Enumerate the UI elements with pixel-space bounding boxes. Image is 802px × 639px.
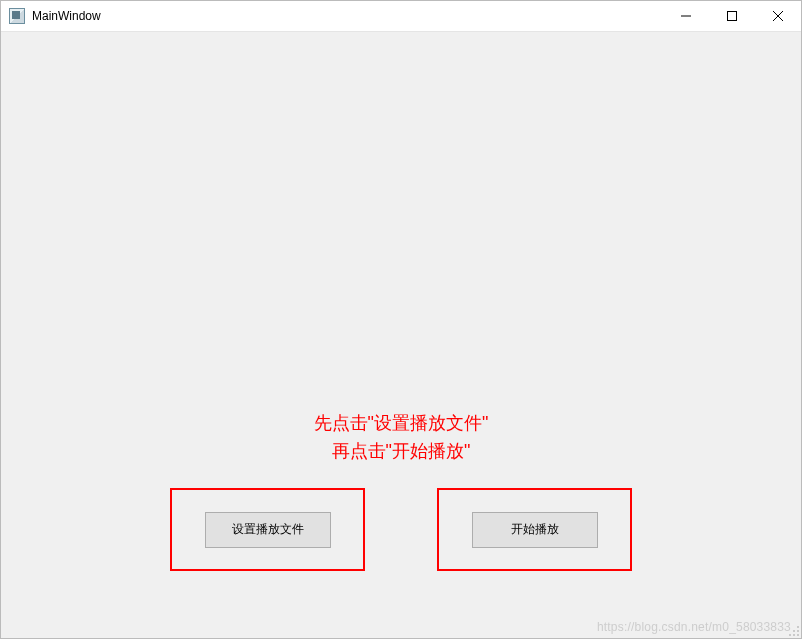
- app-icon: [9, 8, 25, 24]
- close-icon: [773, 11, 783, 21]
- resize-grip-icon: [786, 623, 800, 637]
- main-window: MainWindow 先点击"设置播放文件" 再点击"开始播放" 设置播放文件 …: [0, 0, 802, 639]
- close-button[interactable]: [755, 1, 801, 31]
- button-row: 设置播放文件 开始播放: [1, 488, 801, 571]
- set-file-button[interactable]: 设置播放文件: [205, 512, 331, 548]
- maximize-icon: [727, 11, 737, 21]
- svg-point-9: [797, 634, 799, 636]
- start-play-highlight: 开始播放: [437, 488, 632, 571]
- instruction-line-1: 先点击"设置播放文件": [314, 409, 489, 437]
- set-file-highlight: 设置播放文件: [170, 488, 365, 571]
- svg-rect-1: [728, 12, 737, 21]
- window-controls: [663, 1, 801, 31]
- watermark-text: https://blog.csdn.net/m0_58033833: [597, 620, 791, 634]
- svg-point-6: [797, 630, 799, 632]
- content-area: 先点击"设置播放文件" 再点击"开始播放" 设置播放文件 开始播放 https:…: [1, 32, 801, 638]
- instruction-line-2: 再点击"开始播放": [314, 437, 489, 465]
- resize-grip[interactable]: [786, 623, 800, 637]
- window-title: MainWindow: [32, 9, 663, 23]
- minimize-icon: [681, 11, 691, 21]
- minimize-button[interactable]: [663, 1, 709, 31]
- svg-point-8: [793, 634, 795, 636]
- maximize-button[interactable]: [709, 1, 755, 31]
- instruction-text: 先点击"设置播放文件" 再点击"开始播放": [314, 409, 489, 465]
- svg-point-7: [789, 634, 791, 636]
- svg-point-4: [797, 626, 799, 628]
- svg-point-5: [793, 630, 795, 632]
- titlebar: MainWindow: [1, 1, 801, 32]
- start-play-button[interactable]: 开始播放: [472, 512, 598, 548]
